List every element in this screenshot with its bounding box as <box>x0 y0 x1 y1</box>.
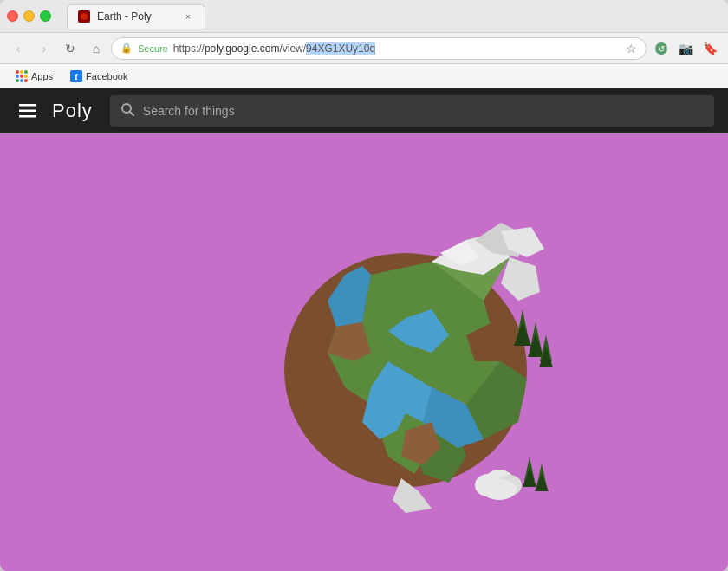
bookmarks-bar: Apps f Facebook <box>0 64 728 88</box>
bookmark-apps[interactable]: Apps <box>9 68 60 85</box>
svg-rect-4 <box>19 115 36 118</box>
home-button[interactable]: ⌂ <box>85 37 107 60</box>
screenshot-button[interactable]: 📷 <box>674 37 697 60</box>
svg-point-30 <box>482 479 517 500</box>
nav-bar: ‹ › ↻ ⌂ 🔒 Secure https://poly.google.com… <box>0 33 728 64</box>
apps-grid-icon <box>16 70 28 82</box>
apps-favicon <box>16 70 28 82</box>
nav-actions: ↺ 📷 🔖 <box>650 37 721 60</box>
url-path: /view/ <box>279 42 306 55</box>
search-placeholder: Search for things <box>143 104 235 118</box>
search-icon <box>120 102 134 120</box>
extensions-button[interactable]: ↺ <box>650 37 673 60</box>
address-text: https://poly.google.com/view/94XG1XUy10q <box>173 42 621 55</box>
window-controls <box>7 10 51 22</box>
tab-title: Earth - Poly <box>97 10 175 23</box>
close-button[interactable] <box>7 10 18 22</box>
facebook-label: Facebook <box>86 71 127 81</box>
chrome-menu-button[interactable]: 🔖 <box>699 37 721 60</box>
minimize-button[interactable] <box>23 10 35 22</box>
hamburger-icon <box>19 104 36 118</box>
search-box[interactable]: Search for things <box>110 95 714 127</box>
active-tab[interactable]: Earth - Poly × <box>67 4 205 29</box>
secure-label: Secure <box>138 43 168 54</box>
url-domain: poly.google.com <box>205 42 280 55</box>
apps-label: Apps <box>31 71 53 81</box>
url-id: 94XG1XUy10q <box>306 42 375 55</box>
maximize-button[interactable] <box>40 10 51 22</box>
poly-logo: Poly <box>52 100 93 122</box>
title-bar: Earth - Poly × <box>0 0 728 33</box>
svg-marker-25 <box>501 257 540 301</box>
tab-favicon <box>78 10 90 23</box>
secure-icon: 🔒 <box>120 42 133 54</box>
url-prefix: https:// <box>173 42 205 55</box>
svg-rect-2 <box>19 104 36 107</box>
bookmark-facebook[interactable]: f Facebook <box>63 68 134 85</box>
svg-marker-44 <box>535 474 549 491</box>
svg-marker-42 <box>523 468 536 487</box>
tabs-area: Earth - Poly × <box>67 4 721 29</box>
tab-close-button[interactable]: × <box>182 10 194 23</box>
refresh-button[interactable]: ↻ <box>59 37 81 60</box>
puzzle-icon: ↺ <box>653 41 669 56</box>
address-bar[interactable]: 🔒 Secure https://poly.google.com/view/94… <box>111 37 647 60</box>
svg-line-6 <box>130 112 133 115</box>
3d-scene <box>0 133 728 571</box>
poly-header: Poly Search for things <box>0 88 728 133</box>
magnifier-icon <box>120 102 134 116</box>
facebook-favicon: f <box>70 70 82 82</box>
new-tab-area <box>205 4 257 29</box>
earth-model <box>232 188 562 517</box>
website-content: Poly Search for things <box>0 88 728 571</box>
forward-button[interactable]: › <box>33 37 55 60</box>
back-button[interactable]: ‹ <box>7 37 29 60</box>
hamburger-menu-button[interactable] <box>14 97 42 125</box>
bookmark-star-button[interactable]: ☆ <box>626 42 637 55</box>
earth-svg <box>232 188 562 517</box>
svg-text:↺: ↺ <box>658 44 665 54</box>
svg-rect-3 <box>19 110 36 113</box>
browser-window: Earth - Poly × ‹ › ↻ ⌂ 🔒 Secure https://… <box>0 0 728 571</box>
